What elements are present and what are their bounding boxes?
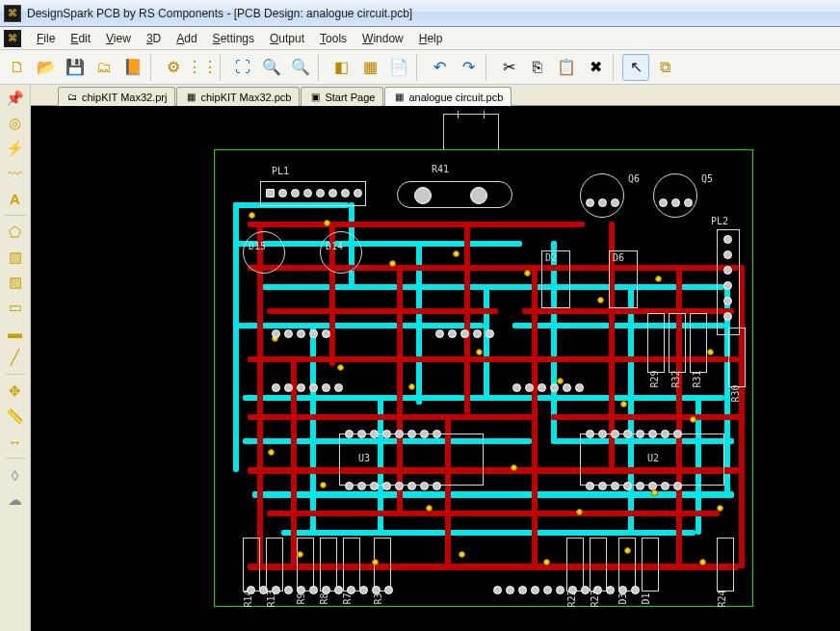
open-button[interactable]: 📂 xyxy=(33,54,60,81)
vtool-sep-1 xyxy=(5,215,26,216)
line-tool[interactable]: ╱ xyxy=(3,346,28,369)
menu-view[interactable]: View xyxy=(98,30,139,47)
refdes-r24: R24 xyxy=(717,590,727,607)
comp-d1 xyxy=(642,538,659,592)
select-button[interactable]: ↖ xyxy=(622,54,649,81)
layers-button[interactable]: ◧ xyxy=(328,54,354,81)
comp-q6 xyxy=(580,173,624,218)
comp-q5 xyxy=(653,173,697,218)
u2-pads-top xyxy=(586,430,682,438)
save-all-button[interactable]: 🗂 xyxy=(91,54,118,81)
mdi-icon: ⌘ xyxy=(4,30,21,47)
toolbar-sep-1 xyxy=(150,54,156,81)
comp-r23 xyxy=(590,538,607,592)
free-pad-tool[interactable]: ☁ xyxy=(3,488,28,512)
tab-analogue-pcb[interactable]: ▦ analogue circuit.pcb xyxy=(384,87,512,106)
edit-shape-tool[interactable]: ▧ xyxy=(3,246,28,269)
shape-tool[interactable]: ⬠ xyxy=(3,221,28,244)
pcb-canvas[interactable]: PL1 R41 Q6 Q5 PL2 D15 D14 D2 D6 R29 R32 … xyxy=(31,106,840,631)
comp-r14 xyxy=(243,538,260,592)
zoom-in-button[interactable]: 🔍 xyxy=(258,54,285,81)
track-tool[interactable]: ⚡ xyxy=(3,137,28,160)
menu-tools[interactable]: Tools xyxy=(312,30,354,47)
library-button[interactable]: 📙 xyxy=(119,54,146,81)
zoom-out-button[interactable]: 🔍 xyxy=(287,54,314,81)
bottom-pads-row xyxy=(247,586,393,594)
comp-r13 xyxy=(266,538,283,592)
tab-chipkit-pcb[interactable]: ▦ chipKIT Max32.pcb xyxy=(176,87,300,106)
toolbar-sep-2 xyxy=(220,54,225,81)
eraser-tool[interactable]: ◊ xyxy=(3,463,28,486)
pushpin-tool[interactable]: 📌 xyxy=(3,87,28,110)
menu-add[interactable]: Add xyxy=(169,30,204,47)
refdes-r31: R31 xyxy=(692,370,702,387)
refdes-u3: U3 xyxy=(358,453,370,463)
pl1-pads xyxy=(266,189,362,197)
tab-chipkit-prj[interactable]: 🗂 chipKIT Max32.prj xyxy=(58,87,175,106)
move-tool[interactable]: ✥ xyxy=(3,380,28,403)
comp-d14 xyxy=(320,231,362,274)
menu-3d[interactable]: 3D xyxy=(139,30,169,47)
window-title: DesignSpark PCB by RS Components - [PCB … xyxy=(27,7,836,20)
settings-button[interactable]: ⚙ xyxy=(160,54,187,81)
edge-connector xyxy=(443,114,499,150)
refdes-r7: R7 xyxy=(342,592,353,604)
cut-button[interactable]: ✂ xyxy=(495,54,522,81)
document-tabs: 🗂 chipKIT Max32.prj ▦ chipKIT Max32.pcb … xyxy=(31,85,840,106)
menu-help[interactable]: Help xyxy=(411,30,451,47)
menu-edit[interactable]: Edit xyxy=(63,30,98,47)
refdes-d15: D15 xyxy=(249,241,266,251)
grid-snap-button[interactable]: ▦ xyxy=(356,54,383,81)
menu-settings[interactable]: Settings xyxy=(205,30,262,47)
interaction-bar-button[interactable]: ⧉ xyxy=(651,54,678,81)
toolbar-sep-5 xyxy=(486,54,491,81)
report-button[interactable]: 📄 xyxy=(385,54,412,81)
menu-output[interactable]: Output xyxy=(262,30,312,47)
mid-pads-4 xyxy=(512,383,584,392)
bottom-pads-row2 xyxy=(493,586,640,594)
refdes-d1: D1 xyxy=(641,592,651,604)
tab-start-page[interactable]: ▣ Start Page xyxy=(301,87,383,106)
fill-tool[interactable]: ▭ xyxy=(3,296,28,319)
toolbar-sep-4 xyxy=(416,54,422,81)
arc-tool[interactable]: 〰 xyxy=(3,162,28,185)
menu-file[interactable]: FFileile xyxy=(29,30,63,47)
delete-button[interactable]: ✖ xyxy=(582,54,609,81)
undo-button[interactable]: ↶ xyxy=(426,54,453,81)
comp-d15 xyxy=(243,231,285,274)
save-button[interactable]: 💾 xyxy=(62,54,89,81)
refdes-d6: D6 xyxy=(613,252,624,263)
vtool-sep-3 xyxy=(5,458,26,459)
comp-r32 xyxy=(669,313,686,373)
refdes-q5: Q5 xyxy=(701,173,713,184)
zoom-extents-button[interactable]: ⛶ xyxy=(229,54,256,81)
copy-button[interactable]: ⎘ xyxy=(524,54,551,81)
toolbar: 🗋 📂 💾 🗂 📙 ⚙ ⋮⋮ ⛶ 🔍 🔍 ◧ ▦ 📄 ↶ ↷ ✂ ⎘ 📋 ✖ ↖… xyxy=(0,50,840,85)
new-file-button[interactable]: 🗋 xyxy=(4,54,31,81)
paste-button[interactable]: 📋 xyxy=(553,54,580,81)
measure-tool[interactable]: 📏 xyxy=(3,405,28,428)
comp-r30 xyxy=(728,328,746,387)
u3-pads-top xyxy=(345,430,441,438)
grid-setup-button[interactable]: ⋮⋮ xyxy=(189,54,216,81)
refdes-r9: R9 xyxy=(296,592,306,604)
mid-pads-3 xyxy=(272,383,343,392)
menu-window[interactable]: Window xyxy=(354,30,411,47)
copper-pour-tool[interactable]: ▬ xyxy=(3,321,28,344)
pad-tool[interactable]: ◎ xyxy=(3,112,28,135)
dimension-tool[interactable]: ↔ xyxy=(3,430,28,453)
redo-button[interactable]: ↷ xyxy=(455,54,482,81)
u2-pads-bot xyxy=(586,482,682,490)
vertical-toolbar: 📌 ◎ ⚡ 〰 A ⬠ ▧ ▨ ▭ ▬ ╱ ✥ 📏 ↔ ◊ ☁ xyxy=(0,85,31,631)
text-tool[interactable]: A xyxy=(3,187,28,210)
refdes-r3: R3 xyxy=(373,592,383,604)
pcb-icon: ▦ xyxy=(393,92,405,103)
comp-r9 xyxy=(297,538,314,592)
page-icon: ▣ xyxy=(309,92,321,103)
refdes-d14: D14 xyxy=(326,241,343,251)
mid-pads-2 xyxy=(435,329,494,338)
toolbar-sep-6 xyxy=(613,54,618,81)
refdes-pl2: PL2 xyxy=(711,216,728,226)
comp-d3 xyxy=(618,538,636,592)
pour-tool[interactable]: ▨ xyxy=(3,271,28,294)
